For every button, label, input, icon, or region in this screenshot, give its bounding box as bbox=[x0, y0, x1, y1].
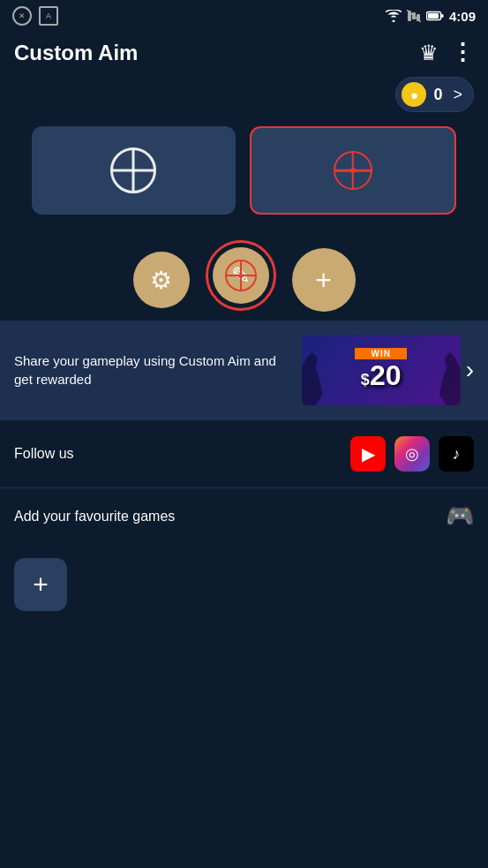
edit-icon: ✎ bbox=[231, 262, 251, 290]
youtube-button[interactable]: ▶ bbox=[350, 436, 386, 472]
preset-card-2[interactable] bbox=[250, 126, 457, 215]
app-bar-actions: ♛ ⋮ bbox=[419, 39, 474, 66]
promo-section[interactable]: Share your gameplay using Custom Aim and… bbox=[0, 321, 488, 419]
battery-icon bbox=[426, 11, 444, 21]
tiktok-icon: ♪ bbox=[453, 445, 461, 464]
promo-amount: $20 bbox=[361, 359, 402, 392]
crosshair-red-dot bbox=[350, 168, 356, 173]
coin-arrow: > bbox=[453, 86, 462, 104]
promo-number: 20 bbox=[370, 359, 402, 391]
promo-image: WIN $20 bbox=[302, 335, 461, 405]
settings-button[interactable]: ⚙ bbox=[133, 252, 190, 308]
svg-rect-5 bbox=[441, 14, 444, 18]
status-bar: ✕ A 4:09 bbox=[0, 0, 488, 32]
follow-section: Follow us ▶ ◎ ♪ bbox=[0, 420, 488, 487]
instagram-icon: ◎ bbox=[405, 444, 419, 464]
add-games-section[interactable]: Add your favourite games 🎮 bbox=[0, 488, 488, 544]
app-title: Custom Aim bbox=[14, 41, 138, 65]
gamepad-icon: 🎮 bbox=[446, 502, 474, 530]
status-right: 4:09 bbox=[386, 9, 476, 24]
edit-button[interactable]: ✎ bbox=[213, 247, 269, 304]
dollar-sign: $ bbox=[361, 371, 370, 389]
coin-icon: ● bbox=[402, 82, 426, 107]
keyboard-icon: A bbox=[39, 6, 58, 26]
crown-icon[interactable]: ♛ bbox=[419, 41, 439, 65]
coin-count: 0 bbox=[433, 86, 442, 104]
add-crosshair-button[interactable]: + bbox=[292, 248, 356, 312]
social-icons: ▶ ◎ ♪ bbox=[350, 436, 474, 472]
add-icon: + bbox=[315, 264, 332, 297]
add-game-plus-icon: + bbox=[33, 570, 49, 600]
follow-label: Follow us bbox=[14, 446, 74, 462]
sim-icon bbox=[407, 10, 421, 22]
coin-badge[interactable]: ● 0 > bbox=[395, 77, 474, 112]
promo-arrow[interactable]: › bbox=[466, 356, 474, 384]
crosshair-red-icon bbox=[334, 151, 372, 190]
instagram-button[interactable]: ◎ bbox=[394, 436, 430, 472]
more-options-button[interactable]: ⋮ bbox=[451, 39, 474, 66]
promo-image-inner: WIN $20 bbox=[355, 348, 406, 392]
promo-text: Share your gameplay using Custom Aim and… bbox=[14, 351, 291, 389]
add-games-label: Add your favourite games bbox=[14, 509, 175, 525]
youtube-icon: ▶ bbox=[362, 443, 375, 464]
soldier-left-icon bbox=[302, 352, 337, 405]
notification-icon: ✕ bbox=[12, 6, 32, 26]
soldier-right-icon bbox=[425, 352, 461, 405]
coin-bar: ● 0 > bbox=[0, 77, 488, 126]
promo-win-label: WIN bbox=[355, 348, 406, 359]
svg-rect-6 bbox=[428, 13, 439, 19]
tiktok-button[interactable]: ♪ bbox=[439, 436, 474, 472]
status-left: ✕ A bbox=[12, 6, 58, 26]
presets-section bbox=[0, 126, 488, 232]
time-display: 4:09 bbox=[449, 9, 476, 24]
crosshair-white-icon bbox=[110, 147, 156, 193]
app-bar: Custom Aim ♛ ⋮ bbox=[0, 32, 488, 77]
wifi-icon bbox=[386, 10, 402, 22]
actions-row: ⚙ ✎ + bbox=[0, 232, 488, 321]
add-game-button[interactable]: + bbox=[14, 558, 67, 611]
preset-card-1[interactable] bbox=[32, 126, 236, 215]
settings-icon: ⚙ bbox=[150, 266, 172, 295]
